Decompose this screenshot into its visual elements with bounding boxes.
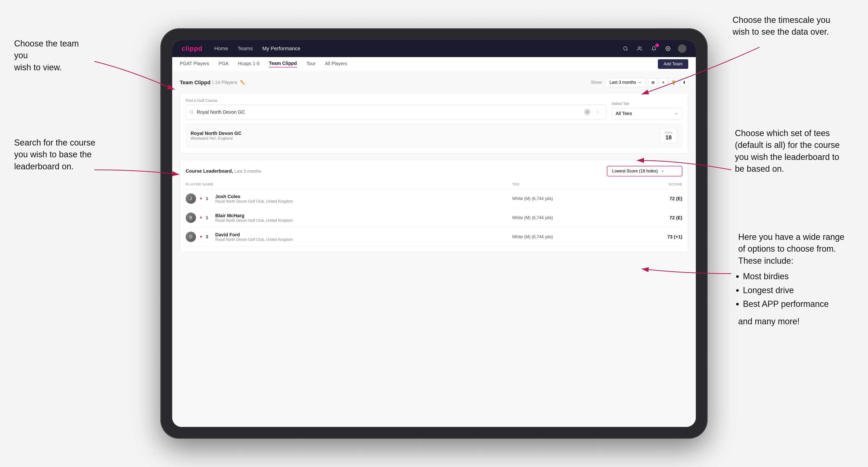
sub-nav-allplayers[interactable]: All Players xyxy=(325,61,347,67)
view-icons: ⊞ ≡ 🏆 ⬇ xyxy=(649,78,688,87)
sub-nav-hcaps[interactable]: Hcaps 1-5 xyxy=(238,61,259,67)
nav-link-myperformance[interactable]: My Performance xyxy=(262,45,300,52)
favorite-heart-icon[interactable]: ♥ xyxy=(200,196,202,201)
svg-line-1 xyxy=(626,50,627,51)
favorite-heart-icon[interactable]: ♥ xyxy=(200,235,202,239)
score-type-chevron xyxy=(661,169,664,173)
bell-icon[interactable] xyxy=(650,44,658,53)
player-score: 72 (E) xyxy=(637,189,682,208)
main-content: Team Clippd | 14 Players ✏️ Show: Last 3… xyxy=(172,71,696,427)
player-name: Josh Coles xyxy=(215,194,293,199)
nav-icons xyxy=(621,44,686,53)
sub-nav-pga[interactable]: PGA xyxy=(219,61,228,67)
clear-search-button[interactable]: ✕ xyxy=(584,109,591,115)
course-result-name: Royal North Devon GC xyxy=(191,131,242,136)
holes-value: 18 xyxy=(665,134,673,141)
holes-label: Holes xyxy=(665,131,673,134)
download-icon[interactable]: ⬇ xyxy=(680,78,688,87)
grid-view-icon[interactable]: ⊞ xyxy=(649,78,657,87)
team-count: | 14 Players xyxy=(212,80,237,85)
course-annotation: Search for the courseyou wish to base th… xyxy=(14,137,95,173)
nav-links: Home Teams My Performance xyxy=(214,45,610,52)
course-result-info: Royal North Devon GC Westward Ho!, Engla… xyxy=(191,131,242,141)
player-club: Royal North Devon Golf Club, United King… xyxy=(215,199,293,204)
team-header: Team Clippd | 14 Players ✏️ Show: Last 3… xyxy=(180,78,688,87)
player-rank: 1 xyxy=(206,196,212,201)
player-tee: White (M) (6,744 yds) xyxy=(512,227,637,247)
nav-link-home[interactable]: Home xyxy=(214,45,228,52)
nav-logo: clippd xyxy=(182,45,203,52)
timescale-annotation: Choose the timescale youwish to see the … xyxy=(733,14,830,38)
favorite-heart-icon[interactable]: ♥ xyxy=(200,216,202,220)
tee-column: Select Tee All Tees xyxy=(612,102,682,119)
col-player: PLAYER NAME xyxy=(186,182,512,189)
find-course-label: Find a Golf Course xyxy=(186,99,606,103)
player-avatar: B xyxy=(186,213,196,223)
leaderboard-section: Course Leaderboard, Last 3 months Lowest… xyxy=(180,160,688,252)
course-search-input[interactable] xyxy=(197,110,581,115)
show-section: Show: Last 3 months ⊞ ≡ 🏆 ⬇ xyxy=(591,78,688,87)
trophy-icon[interactable]: 🏆 xyxy=(670,78,678,87)
table-row: B ♥ 1 Blair McHarg Royal North Devon Gol… xyxy=(186,208,682,227)
table-row: D ♥ 3 David Ford Royal North Devon Golf … xyxy=(186,227,682,247)
sub-nav-teamclippd[interactable]: Team Clippd xyxy=(269,61,297,67)
team-title: Team Clippd xyxy=(180,80,210,86)
favorite-button[interactable]: ☆ xyxy=(593,108,602,116)
player-rank: 3 xyxy=(206,235,212,239)
leaderboard-title-wrap: Course Leaderboard, Last 3 months xyxy=(186,168,261,174)
leaderboard-period: Last 3 months xyxy=(235,169,261,174)
list-view-icon[interactable]: ≡ xyxy=(659,78,668,87)
svg-point-2 xyxy=(638,47,640,49)
player-rank: 1 xyxy=(206,215,212,220)
leaderboard-header: Course Leaderboard, Last 3 months Lowest… xyxy=(186,166,682,177)
player-name: Blair McHarg xyxy=(215,213,293,218)
sub-nav-tour[interactable]: Tour xyxy=(306,61,316,67)
team-annotation: Choose the team youwish to view. xyxy=(14,38,94,73)
player-tee: White (M) (6,744 yds) xyxy=(512,189,637,208)
course-result: Royal North Devon GC Westward Ho!, Engla… xyxy=(186,124,682,148)
svg-point-0 xyxy=(624,47,627,50)
ipad-screen: clippd Home Teams My Performance xyxy=(172,40,696,427)
course-section: Find a Golf Course ✕ ☆ Select Tee xyxy=(180,93,688,153)
player-info: Blair McHarg Royal North Devon Golf Club… xyxy=(215,213,293,223)
sub-nav-pgat[interactable]: PGAT Players xyxy=(180,61,209,67)
course-search-input-wrap: ✕ ☆ xyxy=(186,105,606,119)
sub-nav: PGAT Players PGA Hcaps 1-5 Team Clippd T… xyxy=(172,57,696,71)
player-score: 72 (E) xyxy=(637,208,682,227)
nav-link-teams[interactable]: Teams xyxy=(238,45,253,52)
leaderboard-table: PLAYER NAME TEE SCORE J ♥ 1 Josh xyxy=(186,182,682,247)
edit-icon[interactable]: ✏️ xyxy=(240,80,245,85)
search-column: Find a Golf Course ✕ ☆ xyxy=(186,99,606,119)
options-annotation: Here you have a wide rangeof options to … xyxy=(738,231,844,328)
player-avatar: D xyxy=(186,231,196,242)
score-type-value: Lowest Score (18 holes) xyxy=(612,168,658,174)
holes-box: Holes 18 xyxy=(660,128,677,144)
show-dropdown[interactable]: Last 3 months xyxy=(606,78,646,87)
player-name: David Ford xyxy=(215,232,293,238)
score-type-dropdown[interactable]: Lowest Score (18 holes) xyxy=(607,166,682,177)
tee-select-dropdown[interactable]: All Tees xyxy=(612,108,682,119)
search-icon-small xyxy=(190,110,194,114)
course-result-location: Westward Ho!, England xyxy=(191,136,242,141)
tee-chevron-icon xyxy=(675,112,678,116)
people-icon[interactable] xyxy=(636,44,644,53)
avatar-icon[interactable] xyxy=(678,44,686,53)
player-tee: White (M) (6,744 yds) xyxy=(512,208,637,227)
course-search-row: Find a Golf Course ✕ ☆ Select Tee xyxy=(186,99,682,119)
col-tee: TEE xyxy=(512,182,637,189)
player-club: Royal North Devon Golf Club, United King… xyxy=(215,238,293,242)
svg-point-3 xyxy=(667,48,669,49)
svg-line-5 xyxy=(192,113,193,114)
show-label: Show: xyxy=(591,80,602,85)
player-avatar: J xyxy=(186,193,196,204)
top-nav: clippd Home Teams My Performance xyxy=(172,40,696,57)
tee-select-value: All Tees xyxy=(616,111,632,116)
bell-badge xyxy=(655,43,659,47)
settings-icon[interactable] xyxy=(664,44,672,53)
select-tee-label: Select Tee xyxy=(612,102,682,106)
leaderboard-title: Course Leaderboard, Last 3 months xyxy=(186,168,261,174)
add-team-button[interactable]: Add Team xyxy=(658,59,688,69)
search-icon[interactable] xyxy=(621,44,630,53)
ipad-device: clippd Home Teams My Performance xyxy=(160,28,708,439)
player-info: David Ford Royal North Devon Golf Club, … xyxy=(215,232,293,242)
